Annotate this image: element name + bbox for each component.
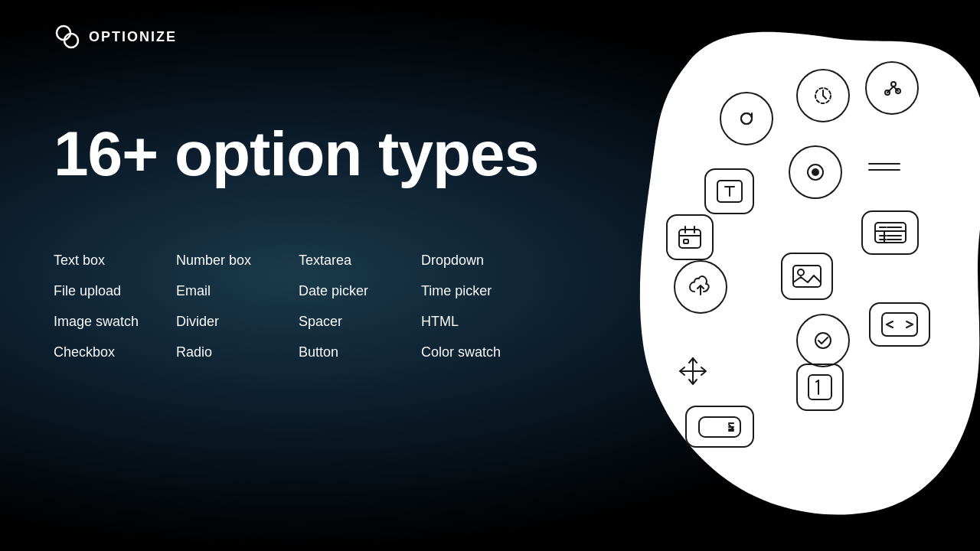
email-icon	[720, 92, 773, 145]
svg-point-16	[798, 269, 804, 276]
option-html: HTML	[421, 306, 544, 337]
dropdown-icon	[685, 406, 754, 448]
option-spacer: Spacer	[299, 306, 421, 337]
divider-icon	[865, 153, 903, 181]
blob-illustration	[628, 15, 980, 536]
svg-point-8	[891, 82, 896, 86]
option-radio: Radio	[176, 337, 299, 367]
option-time-picker: Time picker	[421, 276, 544, 306]
option-file-upload: File upload	[54, 276, 176, 306]
option-button: Button	[299, 337, 421, 367]
option-email: Email	[176, 276, 299, 306]
option-color-swatch: Color swatch	[421, 337, 544, 367]
option-textarea: Textarea	[299, 245, 421, 276]
option-divider: Divider	[176, 306, 299, 337]
option-dropdown: Dropdown	[421, 245, 544, 276]
svg-rect-13	[684, 240, 688, 243]
table-icon	[861, 210, 919, 255]
svg-rect-19	[808, 375, 831, 399]
cloud-upload-icon	[674, 260, 727, 314]
svg-point-3	[68, 37, 74, 44]
image-icon	[781, 253, 833, 300]
svg-point-2	[60, 30, 67, 36]
option-text-box: Text box	[54, 245, 176, 276]
flow-icon	[865, 61, 919, 115]
option-date-picker: Date picker	[299, 276, 421, 306]
text-box-icon	[704, 168, 754, 214]
svg-rect-15	[793, 266, 821, 287]
logo-icon	[54, 23, 81, 51]
option-number-box: Number box	[176, 245, 299, 276]
option-checkbox: Checkbox	[54, 337, 176, 367]
code-icon	[869, 302, 930, 347]
svg-rect-12	[679, 230, 701, 248]
option-image-swatch: Image swatch	[54, 306, 176, 337]
clock-icon	[796, 69, 850, 122]
main-heading: 16+ option types	[54, 122, 538, 185]
spacer-icon	[674, 352, 712, 390]
logo-text: OPTIONIZE	[89, 29, 177, 45]
calendar-icon	[666, 214, 714, 260]
options-grid: Text box Number box Textarea Dropdown Fi…	[54, 245, 544, 367]
radio-icon	[789, 145, 842, 199]
logo: OPTIONIZE	[54, 23, 177, 51]
checkbox-icon	[796, 314, 850, 367]
page-title: 16+ option types	[54, 122, 538, 185]
number-box-icon	[796, 364, 844, 411]
svg-point-11	[812, 169, 818, 175]
